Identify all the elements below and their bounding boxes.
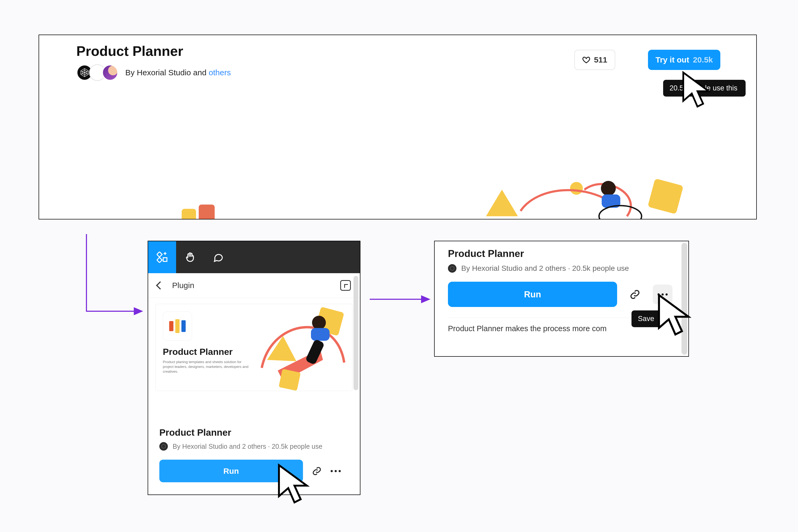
author-avatar [102,64,118,81]
figjam-plugin-panel: Plugin Product Planner Product planing t… [148,241,360,495]
svg-marker-12 [422,296,429,302]
hero-illustration [39,187,756,220]
hero-art-icon [256,304,353,391]
plugin-detail-popup: Product Planner By Hexorial Studio and 2… [434,241,689,357]
plugin-name: Product Planner [159,427,349,438]
run-button[interactable]: Run [159,460,303,482]
plugin-logo [163,311,192,341]
svg-point-6 [570,182,583,195]
byline-text: By Hexorial Studio and [125,68,209,77]
back-button[interactable] [156,281,164,289]
run-label: Run [224,467,239,476]
svg-rect-21 [311,328,329,341]
like-button[interactable]: 511 [574,50,615,70]
scrollbar[interactable] [354,276,358,390]
copy-link-button[interactable] [312,466,322,476]
scrollbar[interactable] [682,243,687,355]
flow-arrow-icon [370,294,431,305]
svg-rect-24 [279,369,301,391]
try-count: 20.5k [693,55,713,64]
plugin-breadcrumb: Plugin [148,273,360,298]
try-it-out-button[interactable]: Try it out 20.5k [648,50,720,70]
shapes-tool-button[interactable] [148,241,176,273]
like-count: 511 [594,55,607,64]
more-button[interactable] [331,470,341,472]
figjam-toolbar [148,241,360,273]
author-row: By Hexorial Studio and others [76,64,715,81]
byline-text: By Hexorial Studio and 2 others · 20.5k … [461,264,629,273]
others-link[interactable]: others [209,68,231,77]
breadcrumb-label: Plugin [172,281,194,290]
svg-rect-22 [305,339,325,365]
comment-tool-button[interactable] [204,241,232,273]
heart-icon [582,56,590,64]
hero-subtitle: Product planing templates and sheets sol… [163,360,251,374]
community-detail-card: Product Planner By Hexorial Studio and o… [39,35,757,220]
copy-link-button[interactable] [625,285,645,304]
svg-marker-23 [267,336,296,361]
usage-tooltip: 20.5k people use this [663,80,746,97]
author-byline: By Hexorial Studio and others [125,68,231,77]
run-button[interactable]: Run [448,282,617,307]
plugin-hero-card: Product Planner Product planing template… [156,304,353,391]
plugin-title: Product Planner [76,43,715,59]
hand-tool-button[interactable] [176,241,204,273]
people-art-icon [446,179,685,220]
svg-marker-11 [134,308,142,315]
plugin-byline: By Hexorial Studio and 2 others · 20.5k … [448,264,675,273]
byline-text: By Hexorial Studio and 2 others · 20.5k … [173,443,322,450]
svg-rect-16 [157,258,162,263]
plugin-byline: By Hexorial Studio and 2 others · 20.5k … [159,442,349,451]
more-button[interactable] [653,285,672,304]
save-tooltip: Save [631,310,661,327]
svg-point-20 [312,316,326,329]
svg-rect-17 [163,258,167,262]
svg-marker-26 [450,266,454,270]
svg-rect-13 [157,252,162,257]
svg-point-8 [601,181,616,196]
run-label: Run [524,289,541,300]
author-avatar-icon [448,264,456,273]
flow-arrow-icon [84,234,145,322]
try-label: Try it out [656,55,689,64]
svg-marker-25 [162,444,166,449]
svg-marker-5 [486,190,518,216]
author-avatars [76,64,118,81]
popout-button[interactable] [340,280,351,291]
author-avatar-icon [159,442,168,451]
svg-rect-7 [648,179,684,214]
plugin-title: Product Planner [448,248,675,259]
